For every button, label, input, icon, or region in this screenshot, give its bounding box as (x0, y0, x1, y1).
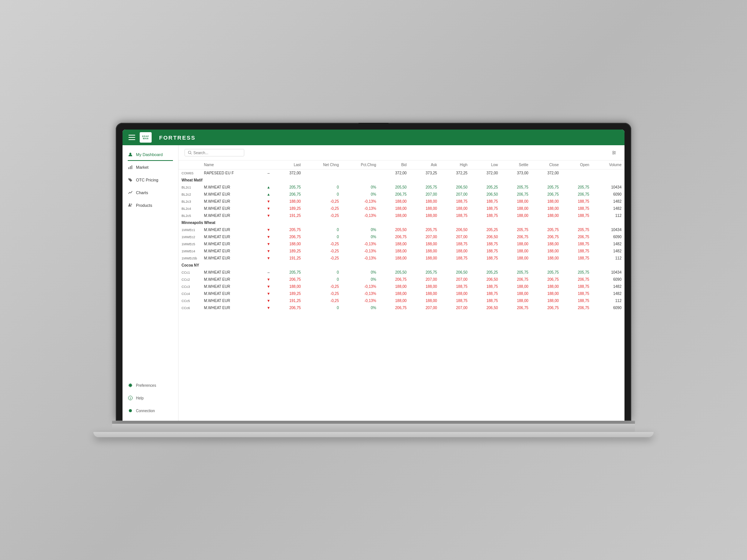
table-row[interactable]: 1MWEc5b M.WHEAT EUR ▼ 191,25 -0,25 -0,13… (179, 255, 624, 262)
cell-id: BL2c4 (179, 205, 201, 212)
cell-netchng: 0 (304, 304, 342, 311)
hamburger-menu-button[interactable] (128, 135, 135, 140)
cell-volume: 1482 (592, 205, 624, 212)
table-row[interactable]: CCc2 M.WHEAT EUR ▼ 206,75 0 0% 206,75 20… (179, 276, 624, 283)
arrow-up-icon: ▲ (267, 192, 270, 196)
cell-close: 372,00 (531, 169, 562, 177)
cell-netchng: -0,25 (304, 240, 342, 248)
cell-settle: 373,00 (501, 169, 531, 177)
cell-pctchng: 0% (342, 191, 379, 198)
table-row[interactable]: BL2c3 M.WHEAT EUR ▼ 188,00 -0,25 -0,13% … (179, 198, 624, 205)
cell-settle: 188,00 (501, 290, 531, 297)
sidebar-label-products: Products (136, 203, 152, 208)
sidebar-item-connection[interactable]: Connection (123, 404, 178, 417)
sidebar-label-market: Market (136, 165, 149, 169)
sidebar-item-help[interactable]: ? Help (123, 392, 178, 404)
table-row[interactable]: CCc6 M.WHEAT EUR ▼ 206,75 0 0% 206,75 20… (179, 304, 624, 311)
cell-high: 188,75 (440, 240, 470, 248)
cell-high: 188,75 (440, 283, 470, 290)
cell-open: 206,75 (562, 276, 592, 283)
cell-low: 188,75 (471, 283, 501, 290)
cell-volume: 1482 (592, 283, 624, 290)
cell-netchng: -0,25 (304, 297, 342, 304)
sidebar-label-connection: Connection (136, 409, 155, 413)
table-row[interactable]: BL2c5 M.WHEAT EUR ▼ 191,25 -0,25 -0,13% … (179, 212, 624, 219)
sidebar-item-products[interactable]: Products (123, 199, 178, 212)
col-volume: Volume (592, 161, 624, 169)
arrow-neutral-icon: – (267, 171, 270, 175)
search-input[interactable] (193, 151, 241, 155)
col-ask: Ask (410, 161, 440, 169)
cell-open: 205,75 (562, 226, 592, 233)
cell-last: 205,75 (273, 269, 304, 276)
cell-open: 188,75 (562, 205, 592, 212)
sidebar-item-dashboard[interactable]: My Dashboard (123, 148, 178, 161)
cell-pctchng: 0% (342, 304, 379, 311)
cell-netchng: 0 (304, 191, 342, 198)
table-row[interactable]: COM6S RAPESEED EU F – 372,00 372,00 373,… (179, 169, 624, 177)
cell-bid: 188,00 (379, 205, 409, 212)
gear-icon (128, 383, 133, 388)
cell-volume: 6090 (592, 233, 624, 240)
cell-name: M.WHEAT EUR (201, 248, 264, 255)
sidebar-item-preferences[interactable]: Preferences (123, 379, 178, 392)
cell-last: 188,00 (273, 240, 304, 248)
cell-arrow: ▼ (264, 255, 273, 262)
table-row[interactable]: 1MWEc4 M.WHEAT EUR ▼ 189,25 -0,25 -0,13%… (179, 248, 624, 255)
cell-id: CCc2 (179, 276, 201, 283)
search-icon (188, 150, 192, 155)
table-row[interactable]: CCc1 M.WHEAT EUR – 205,75 0 0% 205,50 20… (179, 269, 624, 276)
cell-name: M.WHEAT EUR (201, 255, 264, 262)
cell-low: 206,50 (471, 276, 501, 283)
table-row[interactable]: 1MWEc5 M.WHEAT EUR ▼ 188,00 -0,25 -0,13%… (179, 240, 624, 248)
cell-pctchng: -0,13% (342, 255, 379, 262)
table-row[interactable]: BL2c2 M.WHEAT EUR ▲ 206,75 0 0% 206,75 2… (179, 191, 624, 198)
svg-text:?: ? (130, 397, 131, 400)
sidebar-item-charts[interactable]: Charts (123, 186, 178, 199)
cell-volume: 10434 (592, 226, 624, 233)
cell-settle: 206,75 (501, 304, 531, 311)
table-row[interactable]: 1MWEc1 M.WHEAT EUR ▼ 205,75 0 0% 205,50 … (179, 226, 624, 233)
laptop-screen: EDAF MAN FORTRESS My Dashbo (123, 130, 624, 421)
table-row[interactable]: CCc4 M.WHEAT EUR ▼ 189,25 -0,25 -0,13% 1… (179, 290, 624, 297)
svg-point-9 (188, 151, 191, 154)
col-open: Open (562, 161, 592, 169)
cell-open: 206,75 (562, 233, 592, 240)
cell-ask: 188,00 (410, 205, 440, 212)
search-box[interactable] (185, 149, 244, 156)
cell-pctchng (342, 169, 379, 177)
cell-id: CCc3 (179, 283, 201, 290)
cell-bid: 206,75 (379, 276, 409, 283)
sidebar-item-otc[interactable]: OTC Pricing (123, 174, 178, 186)
cell-arrow: ▼ (264, 240, 273, 248)
cell-volume: 10434 (592, 269, 624, 276)
cell-open: 206,75 (562, 191, 592, 198)
arrow-down-icon: ▼ (267, 292, 270, 296)
logo-text-bottom: MAN (143, 137, 148, 140)
content-table-wrapper[interactable]: Name Last Net Chng Pct.Chng Bid Ask High (179, 161, 624, 421)
table-row[interactable]: 1MWEc2 M.WHEAT EUR ▼ 206,75 0 0% 206,75 … (179, 233, 624, 240)
table-row[interactable]: CCc5 M.WHEAT EUR ▼ 191,25 -0,25 -0,13% 1… (179, 297, 624, 304)
arrow-down-icon: ▼ (267, 256, 270, 260)
cell-name: M.WHEAT EUR (201, 184, 264, 191)
cell-low: 188,75 (471, 212, 501, 219)
settings-button[interactable] (610, 148, 619, 157)
cell-pctchng: 0% (342, 184, 379, 191)
cell-volume: 6090 (592, 191, 624, 198)
cell-arrow: – (264, 169, 273, 177)
table-row[interactable]: BL2c4 M.WHEAT EUR ▼ 189,25 -0,25 -0,13% … (179, 205, 624, 212)
arrow-down-icon: ▼ (267, 199, 270, 203)
cell-ask: 188,00 (410, 198, 440, 205)
cell-settle: 188,00 (501, 198, 531, 205)
table-row[interactable]: BL2c1 M.WHEAT EUR ▲ 205,75 0 0% 205,50 2… (179, 184, 624, 191)
cell-settle: 206,75 (501, 276, 531, 283)
cell-close: 188,00 (531, 205, 562, 212)
svg-point-8 (129, 409, 132, 412)
col-arrow (264, 161, 273, 169)
cell-netchng: 0 (304, 184, 342, 191)
cell-arrow: ▼ (264, 276, 273, 283)
table-row[interactable]: CCc3 M.WHEAT EUR ▼ 188,00 -0,25 -0,13% 1… (179, 283, 624, 290)
sidebar-item-market[interactable]: Market (123, 161, 178, 174)
cell-close: 206,75 (531, 304, 562, 311)
cell-last: 189,25 (273, 248, 304, 255)
